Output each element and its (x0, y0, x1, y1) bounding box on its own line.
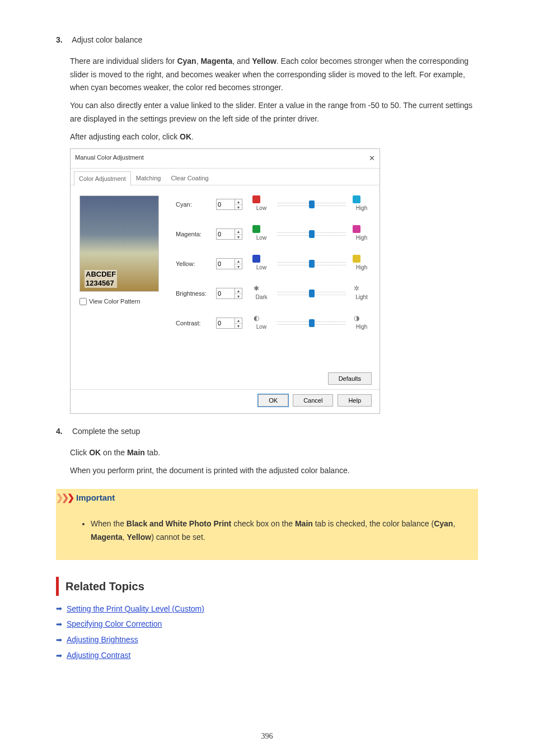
spin-up-icon[interactable]: ▲ (235, 229, 242, 235)
important-item: When the Black and White Photo Print che… (91, 517, 478, 544)
related-links-list: ➡ Setting the Print Quality Level (Custo… (56, 603, 478, 662)
preview-sample-text: ABCDEF 1234567 (85, 270, 117, 288)
dialog-tabs: Color Adjustment Matching Clear Coating (71, 169, 380, 186)
cyan-high-swatch (353, 195, 360, 203)
settings-preview-image: ABCDEF 1234567 (79, 195, 159, 292)
contrast-input[interactable] (217, 318, 235, 328)
contrast-low-icon: ◐ (252, 314, 260, 322)
cyan-input[interactable] (217, 199, 235, 209)
related-link-item: ➡ Adjusting Contrast (56, 649, 478, 662)
yellow-spinner[interactable]: ▲▼ (216, 258, 242, 269)
tab-matching[interactable]: Matching (131, 171, 166, 185)
related-link[interactable]: Specifying Color Correction (67, 618, 162, 631)
yellow-high-swatch (353, 255, 360, 263)
spin-up-icon[interactable]: ▲ (235, 259, 242, 264)
step3-p3: After adjusting each color, click OK. (70, 130, 478, 144)
step4-p1: Click OK on the Main tab. (70, 446, 478, 460)
contrast-slider[interactable] (277, 321, 346, 325)
brightness-slider[interactable] (277, 292, 346, 295)
magenta-input[interactable] (217, 229, 235, 239)
step-3: 3. Adjust color balance There are indivi… (56, 34, 478, 414)
important-note: ❯❯❯ Important When the Black and White P… (56, 489, 478, 560)
cyan-low-swatch (252, 195, 260, 203)
step-4: 4. Complete the setup Click OK on the Ma… (56, 425, 478, 477)
magenta-high-swatch (353, 225, 360, 233)
yellow-row: Yellow: ▲▼ Low (176, 255, 371, 272)
spin-up-icon[interactable]: ▲ (235, 288, 242, 294)
step3-p1: There are individual sliders for Cyan, M… (70, 55, 478, 95)
step3-p2: You can also directly enter a value link… (70, 99, 478, 126)
dialog-title: Manual Color Adjustment (75, 152, 144, 165)
spin-up-icon[interactable]: ▲ (235, 199, 242, 205)
cyan-slider[interactable] (277, 203, 346, 206)
spin-down-icon[interactable]: ▼ (235, 294, 242, 299)
magenta-label: Magenta: (176, 229, 216, 240)
cyan-row: Cyan: ▲▼ Low (176, 195, 371, 213)
yellow-slider[interactable] (277, 262, 346, 265)
important-chevrons-icon: ❯❯❯ (56, 490, 73, 505)
view-color-pattern-input[interactable] (79, 298, 87, 305)
spin-down-icon[interactable]: ▼ (235, 205, 242, 210)
preview-column: ABCDEF 1234567 View Color Pattern (79, 195, 169, 344)
magenta-low-swatch (252, 225, 260, 233)
page-number: 396 (56, 730, 478, 743)
related-link-item: ➡ Setting the Print Quality Level (Custo… (56, 603, 478, 616)
yellow-input[interactable] (217, 259, 235, 269)
magenta-spinner[interactable]: ▲▼ (216, 228, 242, 240)
brightness-label: Brightness: (176, 288, 216, 299)
contrast-high-icon: ◑ (353, 314, 360, 322)
contrast-row: Contrast: ▲▼ ◐ Low ◑ (176, 314, 371, 332)
cyan-spinner[interactable]: ▲▼ (216, 199, 242, 210)
contrast-spinner[interactable]: ▲▼ (216, 318, 242, 329)
brightness-input[interactable] (217, 288, 235, 298)
magenta-slider[interactable] (277, 232, 346, 236)
step-title: Adjust color balance (72, 35, 142, 44)
important-title: Important (76, 491, 115, 505)
related-link[interactable]: Setting the Print Quality Level (Custom) (67, 603, 204, 616)
view-color-pattern-checkbox[interactable]: View Color Pattern (79, 296, 169, 307)
spin-down-icon[interactable]: ▼ (235, 264, 242, 269)
link-arrow-icon: ➡ (56, 650, 62, 662)
related-link-item: ➡ Adjusting Brightness (56, 633, 478, 647)
brightness-dark-icon: ✱ (252, 284, 260, 292)
link-arrow-icon: ➡ (56, 603, 62, 615)
defaults-button[interactable]: Defaults (328, 372, 372, 385)
brightness-spinner[interactable]: ▲▼ (216, 288, 242, 299)
ok-button[interactable]: OK (258, 394, 288, 407)
spin-down-icon[interactable]: ▼ (235, 324, 242, 329)
link-arrow-icon: ➡ (56, 634, 62, 646)
step-number: 4. (56, 425, 70, 438)
help-button[interactable]: Help (338, 394, 372, 407)
related-link[interactable]: Adjusting Contrast (67, 649, 130, 662)
controls-column: Cyan: ▲▼ Low (176, 195, 371, 344)
spin-up-icon[interactable]: ▲ (235, 318, 242, 324)
yellow-low-swatch (252, 255, 260, 263)
step4-p2: When you perform print, the document is … (70, 464, 478, 478)
close-icon[interactable]: ✕ (369, 152, 375, 165)
related-link[interactable]: Adjusting Brightness (67, 633, 138, 647)
spin-down-icon[interactable]: ▼ (235, 235, 242, 240)
contrast-label: Contrast: (176, 318, 216, 329)
cyan-label: Cyan: (176, 199, 216, 210)
tab-clear-coating[interactable]: Clear Coating (166, 171, 213, 185)
step-number: 3. (56, 34, 70, 47)
step-title: Complete the setup (72, 427, 140, 436)
yellow-label: Yellow: (176, 259, 216, 269)
link-arrow-icon: ➡ (56, 618, 62, 631)
brightness-row: Brightness: ▲▼ ✱ Dark ✲ (176, 284, 371, 302)
brightness-light-icon: ✲ (353, 284, 360, 292)
manual-color-adjustment-dialog: Manual Color Adjustment ✕ Color Adjustme… (70, 148, 380, 414)
magenta-row: Magenta: ▲▼ Low (176, 225, 371, 242)
related-topics-heading: Related Topics (56, 577, 478, 596)
tab-color-adjustment[interactable]: Color Adjustment (74, 171, 131, 186)
cancel-button[interactable]: Cancel (293, 394, 333, 407)
related-link-item: ➡ Specifying Color Correction (56, 618, 478, 631)
